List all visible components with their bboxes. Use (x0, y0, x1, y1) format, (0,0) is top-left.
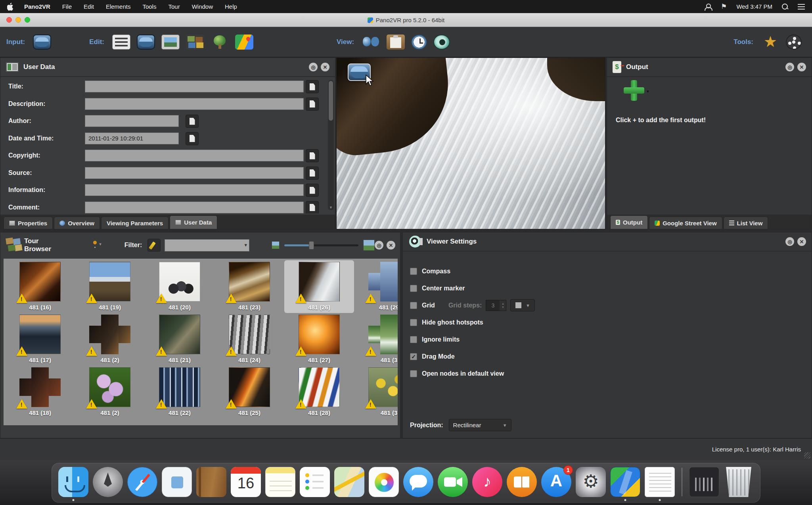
pano2vr-icon[interactable] (610, 467, 640, 497)
dock-item-messages[interactable] (403, 467, 433, 497)
copy-button[interactable] (186, 115, 199, 128)
tour-node-thumbnail[interactable]: 481 (22) (145, 366, 214, 419)
input-source-flag-icon[interactable]: ⚑ (721, 2, 727, 11)
dock-item-pano2vr[interactable] (610, 467, 640, 497)
input-panorama-icon[interactable] (33, 35, 51, 50)
notification-center-icon[interactable] (798, 4, 805, 10)
dock-item-calendar[interactable]: 16 (231, 467, 261, 497)
user-switch-icon[interactable] (704, 3, 711, 10)
launchpad-icon[interactable] (93, 467, 123, 497)
tour-node-thumbnail[interactable]: 481 (27) (284, 313, 354, 366)
vertical-scrollbar[interactable]: ▼ (328, 80, 334, 210)
field-input-description[interactable] (85, 98, 304, 110)
menu-item-file[interactable]: File (62, 3, 72, 10)
tab-list-view[interactable]: List View (724, 217, 768, 229)
field-input-source[interactable] (85, 167, 304, 179)
pin-dropdown-button[interactable] (89, 239, 102, 251)
dock-item-contacts[interactable] (196, 467, 226, 497)
tour-node-thumbnail[interactable]: 481 (19) (75, 260, 145, 313)
add-output-caret-icon[interactable]: ▾ (647, 89, 649, 94)
copy-button[interactable] (306, 184, 319, 197)
viewer-skin-icon[interactable] (161, 35, 180, 50)
facetime-icon[interactable] (438, 467, 468, 497)
system-preferences-icon[interactable]: ⚙ (576, 467, 606, 497)
tour-node-thumbnail[interactable]: 481 (3 (354, 313, 398, 366)
tour-node-thumbnail[interactable]: 481 (18) (5, 366, 75, 419)
gold-star-icon[interactable]: ★ (761, 35, 779, 50)
float-panel-button[interactable]: ◎ (785, 63, 794, 71)
panorama-preview[interactable] (336, 58, 605, 229)
ibooks-icon[interactable] (507, 467, 537, 497)
scrollbar-thumb[interactable] (329, 81, 333, 121)
checkbox-compass[interactable] (410, 268, 417, 275)
contacts-icon[interactable] (196, 467, 226, 497)
menu-item-edit[interactable]: Edit (84, 3, 94, 10)
menu-bar-clock[interactable]: Wed 3:47 PM (736, 3, 772, 10)
checkbox-grid[interactable] (410, 302, 417, 309)
scrollbar-down-arrow-icon[interactable]: ▼ (329, 205, 333, 209)
tour-node-thumbnail[interactable]: 481 (24) (214, 313, 284, 366)
menu-item-help[interactable]: Help (225, 3, 237, 10)
tour-node-thumbnail[interactable]: 481 (17) (5, 313, 75, 366)
projection-select[interactable]: Rectilinear ▼ (449, 419, 511, 431)
copy-button[interactable] (306, 80, 319, 93)
copy-button[interactable] (306, 167, 319, 180)
apple-menu-icon[interactable] (7, 3, 14, 11)
dock-item-textedit[interactable] (645, 467, 675, 497)
field-input-copyright[interactable] (85, 150, 304, 161)
dock-item-notes[interactable] (265, 467, 295, 497)
panorama-editor-icon[interactable] (137, 35, 155, 50)
binoculars-icon[interactable] (362, 35, 380, 50)
maps-icon[interactable] (334, 467, 364, 497)
tour-node-thumbnail[interactable]: 481 (25) (214, 366, 284, 419)
menu-item-tools[interactable]: Tools (142, 3, 156, 10)
field-input-author[interactable] (85, 115, 179, 127)
slider-handle[interactable] (309, 241, 314, 250)
field-input-comment[interactable] (85, 202, 304, 213)
tree-icon[interactable] (211, 35, 229, 50)
tour-node-thumbnail[interactable]: 481 (28) (284, 366, 354, 419)
dock-item-ibooks[interactable] (507, 467, 537, 497)
field-input-date-and-time[interactable]: 2011-01-29 10:29:01 (85, 132, 179, 144)
dock-item-mail[interactable] (162, 467, 192, 497)
dock-item-launchpad[interactable] (93, 467, 123, 497)
dock-item-finder[interactable] (58, 467, 88, 497)
tour-node-thumbnail[interactable]: 481 (29 (354, 260, 398, 313)
field-input-title[interactable] (85, 81, 304, 92)
field-input-information[interactable] (85, 184, 304, 196)
float-panel-button[interactable]: ◎ (785, 237, 794, 246)
grid-steps-spinner[interactable]: 3▲▼ (486, 300, 506, 311)
calendar-icon[interactable]: 16 (231, 467, 261, 497)
dock-item-facetime[interactable] (438, 467, 468, 497)
close-panel-button[interactable]: ✕ (797, 237, 806, 246)
grid-color-dropdown[interactable]: ▼ (510, 299, 535, 311)
tour-node-thumbnail[interactable]: 481 (2) (75, 366, 145, 419)
checkbox-drag-mode[interactable]: ✓ (410, 353, 417, 360)
thumbnail-size-large-icon[interactable] (363, 240, 375, 251)
photos-icon[interactable] (369, 467, 399, 497)
dock-item-trash[interactable] (724, 467, 754, 497)
dock-item-safari[interactable] (127, 467, 157, 497)
itunes-icon[interactable]: ♪ (472, 467, 502, 497)
mail-icon[interactable] (162, 467, 192, 497)
checkbox-ignore-limits[interactable] (410, 336, 417, 343)
dock-item-dark-document[interactable] (689, 467, 719, 497)
close-panel-button[interactable]: ✕ (321, 63, 329, 71)
dock-item-system-preferences[interactable]: ⚙ (576, 467, 606, 497)
patch-list-icon[interactable] (112, 35, 130, 50)
finder-icon[interactable] (58, 467, 88, 497)
reminders-icon[interactable] (300, 467, 330, 497)
dock-item-photos[interactable] (369, 467, 399, 497)
film-reel-icon[interactable] (786, 35, 802, 50)
copy-button[interactable] (306, 149, 319, 162)
menu-item-elements[interactable]: Elements (106, 3, 131, 10)
close-panel-button[interactable]: ✕ (387, 241, 395, 250)
tour-node-thumbnail[interactable]: 481 (20) (145, 260, 214, 313)
close-panel-button[interactable]: ✕ (797, 63, 806, 71)
tour-node-thumbnail[interactable]: 481 (2) (75, 313, 145, 366)
checkbox-hide-ghost-hotspots[interactable] (410, 319, 417, 326)
messages-icon[interactable] (403, 467, 433, 497)
highlight-filter-button[interactable] (147, 239, 161, 252)
safari-icon[interactable] (127, 467, 157, 497)
filter-combobox[interactable] (165, 239, 249, 252)
